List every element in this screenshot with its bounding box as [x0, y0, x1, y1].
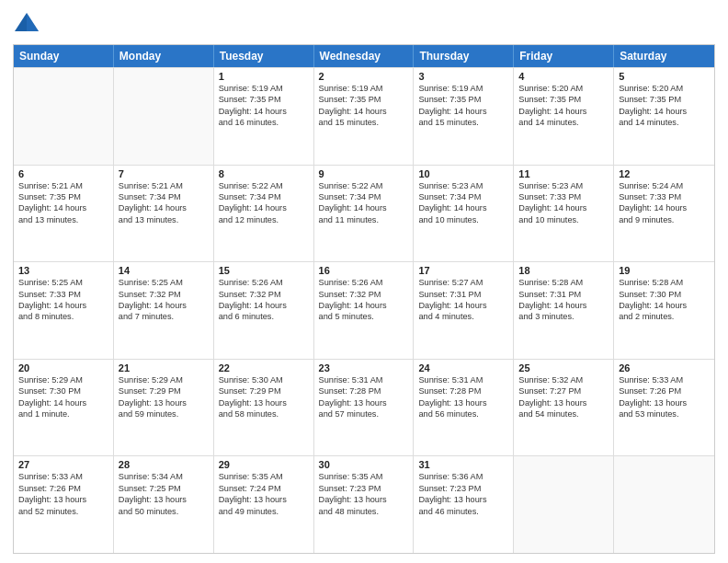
cell-line: Daylight: 13 hours [219, 397, 309, 408]
cell-line: Sunset: 7:30 PM [619, 289, 710, 300]
calendar-cell: 29Sunrise: 5:35 AMSunset: 7:24 PMDayligh… [214, 456, 314, 553]
cell-line: Daylight: 14 hours [418, 106, 508, 117]
cell-line: and 12 minutes. [219, 214, 309, 225]
cell-line: and 13 minutes. [119, 214, 209, 225]
calendar-cell: 6Sunrise: 5:21 AMSunset: 7:35 PMDaylight… [14, 166, 114, 262]
cell-line: Sunrise: 5:19 AM [319, 83, 409, 94]
cell-line: Daylight: 14 hours [18, 300, 108, 311]
cell-line: Sunrise: 5:33 AM [18, 471, 108, 482]
cell-line: and 15 minutes. [418, 117, 508, 128]
header-cell-wednesday: Wednesday [314, 45, 415, 67]
day-number: 10 [418, 168, 508, 179]
calendar-cell: 21Sunrise: 5:29 AMSunset: 7:29 PMDayligh… [114, 360, 214, 456]
calendar-cell [14, 68, 114, 165]
day-number: 28 [119, 459, 209, 470]
cell-line: Sunset: 7:28 PM [418, 385, 508, 396]
cell-line: Daylight: 14 hours [219, 202, 309, 213]
cell-line: and 59 minutes. [119, 408, 209, 419]
cell-line: Sunset: 7:33 PM [518, 191, 609, 202]
cell-line: and 9 minutes. [619, 214, 710, 225]
cell-line: Sunset: 7:29 PM [119, 385, 209, 396]
calendar-cell: 13Sunrise: 5:25 AMSunset: 7:33 PMDayligh… [14, 262, 114, 359]
cell-line: Sunrise: 5:33 AM [619, 374, 710, 385]
calendar-cell: 20Sunrise: 5:29 AMSunset: 7:30 PMDayligh… [14, 360, 114, 456]
logo-icon [13, 9, 40, 37]
day-number: 23 [319, 362, 409, 373]
cell-line: and 57 minutes. [319, 408, 409, 419]
cell-line: Sunrise: 5:36 AM [418, 471, 508, 482]
calendar-cell: 2Sunrise: 5:19 AMSunset: 7:35 PMDaylight… [314, 68, 415, 165]
calendar-cell: 23Sunrise: 5:31 AMSunset: 7:28 PMDayligh… [314, 360, 415, 456]
cell-line: Sunrise: 5:28 AM [619, 277, 710, 288]
calendar-cell: 8Sunrise: 5:22 AMSunset: 7:34 PMDaylight… [214, 166, 314, 262]
cell-line: Sunset: 7:35 PM [619, 94, 710, 105]
cell-line: Daylight: 14 hours [418, 202, 508, 213]
calendar-cell [514, 456, 614, 553]
day-number: 14 [119, 265, 209, 276]
day-number: 5 [619, 71, 710, 82]
cell-line: Daylight: 13 hours [119, 397, 209, 408]
cell-line: Daylight: 14 hours [119, 202, 209, 213]
day-number: 4 [518, 71, 609, 82]
day-number: 22 [219, 362, 309, 373]
calendar-cell [114, 68, 214, 165]
cell-line: and 46 minutes. [418, 506, 508, 517]
cell-line: and 7 minutes. [119, 311, 209, 322]
cell-line: Sunrise: 5:31 AM [418, 374, 508, 385]
cell-line: and 50 minutes. [119, 506, 209, 517]
day-number: 15 [219, 265, 309, 276]
cell-line: and 8 minutes. [18, 311, 108, 322]
calendar-cell: 28Sunrise: 5:34 AMSunset: 7:25 PMDayligh… [114, 456, 214, 553]
cell-line: Sunrise: 5:19 AM [418, 83, 508, 94]
cell-line: Daylight: 13 hours [619, 397, 710, 408]
calendar-cell: 25Sunrise: 5:32 AMSunset: 7:27 PMDayligh… [514, 360, 614, 456]
cell-line: Sunrise: 5:22 AM [219, 180, 309, 191]
cell-line: Sunrise: 5:35 AM [219, 471, 309, 482]
cell-line: Sunset: 7:25 PM [119, 483, 209, 494]
cell-line: Sunset: 7:34 PM [119, 191, 209, 202]
cell-line: Daylight: 13 hours [518, 397, 609, 408]
cell-line: Sunrise: 5:20 AM [619, 83, 710, 94]
cell-line: Sunset: 7:24 PM [219, 483, 309, 494]
day-number: 13 [18, 265, 108, 276]
calendar-cell: 12Sunrise: 5:24 AMSunset: 7:33 PMDayligh… [614, 166, 714, 262]
cell-line: Sunrise: 5:21 AM [119, 180, 209, 191]
page: SundayMondayTuesdayWednesdayThursdayFrid… [0, 0, 728, 563]
cell-line: and 15 minutes. [319, 117, 409, 128]
cell-line: Daylight: 13 hours [418, 494, 508, 505]
cell-line: Sunrise: 5:29 AM [119, 374, 209, 385]
cell-line: Sunset: 7:29 PM [219, 385, 309, 396]
cell-line: Sunrise: 5:20 AM [518, 83, 609, 94]
cell-line: and 53 minutes. [619, 408, 710, 419]
cell-line: Daylight: 14 hours [619, 300, 710, 311]
logo [13, 9, 44, 37]
calendar-cell: 19Sunrise: 5:28 AMSunset: 7:30 PMDayligh… [614, 262, 714, 359]
day-number: 1 [219, 71, 309, 82]
header [13, 9, 715, 37]
calendar-row-2: 6Sunrise: 5:21 AMSunset: 7:35 PMDaylight… [14, 165, 714, 262]
cell-line: and 10 minutes. [518, 214, 609, 225]
cell-line: Sunset: 7:35 PM [18, 191, 108, 202]
calendar-row-1: 1Sunrise: 5:19 AMSunset: 7:35 PMDaylight… [14, 67, 714, 165]
calendar-cell: 17Sunrise: 5:27 AMSunset: 7:31 PMDayligh… [414, 262, 514, 359]
calendar-cell: 27Sunrise: 5:33 AMSunset: 7:26 PMDayligh… [14, 456, 114, 553]
cell-line: Sunrise: 5:32 AM [518, 374, 609, 385]
cell-line: Daylight: 14 hours [119, 300, 209, 311]
cell-line: Sunrise: 5:34 AM [119, 471, 209, 482]
cell-line: Sunset: 7:27 PM [518, 385, 609, 396]
cell-line: and 52 minutes. [18, 506, 108, 517]
calendar-cell: 7Sunrise: 5:21 AMSunset: 7:34 PMDaylight… [114, 166, 214, 262]
cell-line: and 14 minutes. [619, 117, 710, 128]
cell-line: Sunset: 7:32 PM [319, 289, 409, 300]
calendar-row-3: 13Sunrise: 5:25 AMSunset: 7:33 PMDayligh… [14, 261, 714, 359]
cell-line: Daylight: 13 hours [418, 397, 508, 408]
cell-line: and 13 minutes. [18, 214, 108, 225]
cell-line: and 11 minutes. [319, 214, 409, 225]
cell-line: Sunset: 7:28 PM [319, 385, 409, 396]
day-number: 8 [219, 168, 309, 179]
cell-line: Daylight: 14 hours [18, 202, 108, 213]
day-number: 2 [319, 71, 409, 82]
calendar-cell: 15Sunrise: 5:26 AMSunset: 7:32 PMDayligh… [214, 262, 314, 359]
cell-line: Sunrise: 5:35 AM [319, 471, 409, 482]
cell-line: and 4 minutes. [418, 311, 508, 322]
